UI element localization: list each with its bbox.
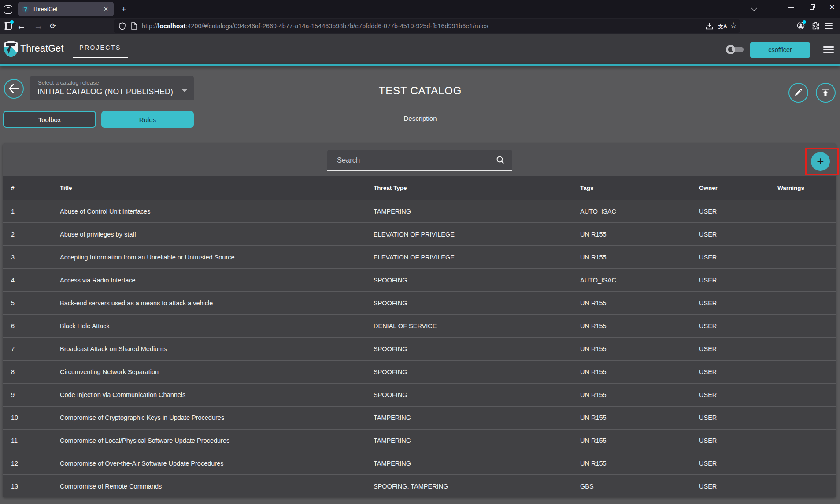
publish-button[interactable] xyxy=(816,83,836,103)
moon-icon[interactable] xyxy=(726,45,735,54)
accent-bar xyxy=(0,64,840,66)
user-button[interactable]: csofficer xyxy=(750,42,810,58)
rule-number: 10 xyxy=(11,414,60,421)
list-tabs-chevron-icon[interactable] xyxy=(750,3,760,13)
browser-tab-strip: ThreatGet ✕ + ✕ xyxy=(0,0,840,18)
window-close-button[interactable]: ✕ xyxy=(822,0,840,15)
browser-tab[interactable]: ThreatGet ✕ xyxy=(18,2,114,16)
tab-title: ThreatGet xyxy=(33,6,57,12)
rule-number: 3 xyxy=(11,254,60,261)
back-circle-button[interactable] xyxy=(4,79,24,99)
table-row[interactable]: 8Circumventing Network SeparationSPOOFIN… xyxy=(3,360,836,383)
account-notification-dot xyxy=(803,20,806,24)
table-row[interactable]: 12Compromise of Over-the-Air Software Up… xyxy=(3,452,836,474)
rules-table-body: 1Abuse of Control Unit InterfacesTAMPERI… xyxy=(3,200,836,497)
edit-button[interactable] xyxy=(788,83,808,103)
save-page-icon[interactable] xyxy=(705,22,714,30)
rule-tags: UN R155 xyxy=(580,300,699,307)
select-label: Select a catalog release xyxy=(38,79,99,86)
tab-rules[interactable]: Rules xyxy=(101,111,194,128)
table-row[interactable]: 1Abuse of Control Unit InterfacesTAMPERI… xyxy=(3,200,836,222)
table-row[interactable]: 10Compromise of Cryptographic Keys in Up… xyxy=(3,406,836,429)
back-arrow-icon xyxy=(8,84,19,93)
tab-toolbox[interactable]: Toolbox xyxy=(3,111,96,128)
tab-separator xyxy=(16,5,16,14)
table-row[interactable]: 13Compromise of Remote CommandsSPOOFING,… xyxy=(3,474,836,497)
catalog-title: TEST CATALOG xyxy=(266,85,574,97)
window-restore-button[interactable] xyxy=(802,0,822,15)
new-tab-button[interactable]: + xyxy=(119,4,129,14)
notification-dot xyxy=(10,20,14,24)
rule-title: Accepting Information from an Unreliable… xyxy=(60,254,374,261)
rule-tags: UN R155 xyxy=(580,391,699,398)
rule-owner: USER xyxy=(699,414,777,421)
table-row[interactable]: 11Compromise of Local/Physical Software … xyxy=(3,429,836,452)
rule-owner: USER xyxy=(699,277,777,284)
search-input[interactable]: Search xyxy=(327,150,512,171)
rule-title: Access via Radio Interface xyxy=(60,277,374,284)
tab-close-icon[interactable]: ✕ xyxy=(102,5,110,13)
rule-number: 6 xyxy=(11,322,60,330)
window-minimize-button[interactable] xyxy=(781,0,801,15)
rule-threat-type: DENIAL OF SERVICE xyxy=(374,322,580,330)
rule-threat-type: TAMPERING xyxy=(374,414,580,421)
extensions-icon[interactable] xyxy=(812,22,820,30)
rule-owner: USER xyxy=(699,437,777,444)
reload-button[interactable]: ⟳ xyxy=(50,22,56,31)
search-placeholder: Search xyxy=(337,156,360,164)
rule-tags: UN R155 xyxy=(580,437,699,444)
col-title: Title xyxy=(60,185,374,191)
rules-card: Search + # Title Threat Type Tags Owner … xyxy=(3,143,836,497)
tracking-shield-icon[interactable] xyxy=(119,22,126,30)
rule-tags: UN R155 xyxy=(580,231,699,238)
back-button[interactable]: ← xyxy=(17,21,26,31)
table-row[interactable]: 2Abuse of privileges by staffELEVATION O… xyxy=(3,222,836,245)
forward-button[interactable]: → xyxy=(34,21,43,31)
app-menu-icon[interactable] xyxy=(823,46,834,54)
rule-threat-type: SPOOFING xyxy=(374,300,580,307)
table-row[interactable]: 4Access via Radio InterfaceSPOOFINGAUTO_… xyxy=(3,268,836,291)
rule-owner: USER xyxy=(699,483,777,490)
select-caret-icon xyxy=(181,89,188,92)
firefox-view-icon[interactable] xyxy=(4,5,12,14)
table-row[interactable]: 6Black Hole AttackDENIAL OF SERVICEUN R1… xyxy=(3,314,836,337)
url-text[interactable]: http://localhost:4200/#/catalogs/094e46a… xyxy=(142,22,488,30)
col-owner: Owner xyxy=(699,185,777,191)
rule-tags: UN R155 xyxy=(580,368,699,375)
table-row[interactable]: 3Accepting Information from an Unreliabl… xyxy=(3,245,836,268)
app-header: ThreatGet PROJECTS csofficer xyxy=(0,34,840,64)
rule-title: Compromise of Local/Physical Software Up… xyxy=(60,437,374,444)
rule-number: 5 xyxy=(11,300,60,307)
rule-number: 4 xyxy=(11,277,60,284)
translate-icon[interactable]: 文A xyxy=(718,23,727,30)
table-row[interactable]: 5Back-end servers used as a means to att… xyxy=(3,291,836,314)
catalog-release-select[interactable]: Select a catalog release INITIAL CATALOG… xyxy=(30,76,194,100)
nav-projects[interactable]: PROJECTS xyxy=(73,37,128,58)
col-warnings: Warnings xyxy=(777,185,836,191)
table-row[interactable]: 9Code Injection via Communication Channe… xyxy=(3,383,836,406)
rule-threat-type: TAMPERING xyxy=(374,208,580,215)
rule-title: Compromise of Remote Commands xyxy=(60,483,374,490)
rule-threat-type: SPOOFING xyxy=(374,391,580,398)
rule-title: Code Injection via Communication Channel… xyxy=(60,391,374,398)
table-row[interactable]: 7Broadcast Attack on Shared MediumsSPOOF… xyxy=(3,337,836,360)
rule-threat-type: SPOOFING xyxy=(374,277,580,284)
rule-owner: USER xyxy=(699,208,777,215)
rule-title: Circumventing Network Separation xyxy=(60,368,374,375)
add-rule-button[interactable]: + xyxy=(811,152,830,171)
rule-owner: USER xyxy=(699,300,777,307)
browser-nav-bar: ← → ⟳ http://localhost:4200/#/catalogs/0… xyxy=(0,18,840,34)
page-info-icon[interactable] xyxy=(131,22,137,30)
search-icon[interactable] xyxy=(496,155,505,165)
tab-favicon xyxy=(22,5,29,13)
rule-number: 1 xyxy=(11,208,60,215)
rule-number: 7 xyxy=(11,345,60,352)
catalog-description: Description xyxy=(266,115,574,122)
rule-number: 12 xyxy=(11,460,60,467)
bookmark-star-icon[interactable]: ☆ xyxy=(730,21,737,30)
table-header: # Title Threat Type Tags Owner Warnings xyxy=(3,176,836,200)
browser-menu-icon[interactable] xyxy=(825,23,833,29)
rule-number: 13 xyxy=(11,483,60,490)
col-num: # xyxy=(11,185,60,191)
rule-threat-type: SPOOFING xyxy=(374,345,580,352)
